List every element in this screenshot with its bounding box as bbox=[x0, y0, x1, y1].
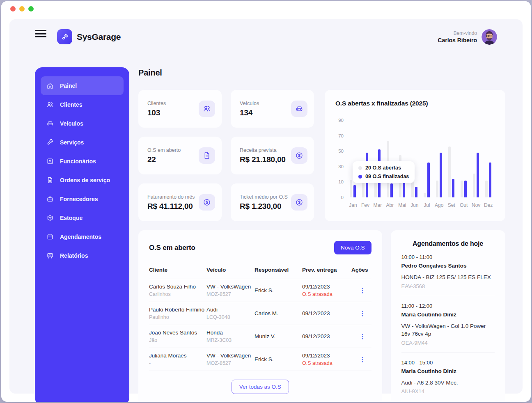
y-tick-label: 50 bbox=[338, 149, 344, 153]
sidebar-item-veiculos[interactable]: Veículos bbox=[41, 114, 124, 133]
x-tick-label: Mar bbox=[371, 202, 384, 208]
sidebar-item-funcionarios[interactable]: Funcionários bbox=[41, 152, 124, 171]
schedule-plate: OEA-9M44 bbox=[401, 340, 495, 346]
home-icon bbox=[46, 82, 54, 89]
sidebar-item-clientes[interactable]: Clientes bbox=[41, 95, 124, 114]
sidebar-item-servicos[interactable]: Serviços bbox=[41, 133, 124, 152]
stat-value: R$ 21.180,00 bbox=[240, 155, 286, 164]
calendar-icon bbox=[46, 233, 54, 240]
bar-group-jun bbox=[408, 120, 421, 197]
sidebar-item-painel[interactable]: Painel bbox=[41, 76, 124, 95]
dollar-icon bbox=[291, 194, 307, 211]
sidebar-item-ordens-de-servico[interactable]: Ordens de serviço bbox=[41, 171, 124, 190]
schedule-vehicle: Audi - A6 2.8 30V Mec. bbox=[401, 379, 495, 387]
open-orders-title: O.S em aberto bbox=[149, 244, 195, 252]
box-icon bbox=[46, 214, 54, 222]
window-zoom-button[interactable] bbox=[28, 6, 34, 11]
chart-legend: 20 O.S abertas09 O.S finalizadas bbox=[353, 161, 415, 183]
vehicle-name: VW - VolksWagen bbox=[206, 353, 255, 359]
schedule-plate: EAV-3568 bbox=[401, 283, 495, 289]
car-icon bbox=[291, 101, 307, 117]
schedule-item: 10:00 - 11:00Pedro Gonçalves SantosHONDA… bbox=[401, 254, 495, 296]
stat-label: Veículos bbox=[240, 101, 259, 106]
menu-toggle-button[interactable] bbox=[35, 29, 46, 38]
vehicle-plate: MOZ-8527 bbox=[206, 360, 255, 366]
y-tick-label: 10 bbox=[338, 179, 344, 184]
delivery-date: 09/12/2023 bbox=[302, 353, 351, 359]
sidebar-item-estoque[interactable]: Estoque bbox=[41, 208, 124, 227]
x-tick-label: Jun bbox=[408, 202, 421, 208]
app-content: SysGarage Bem-vindo Carlos Ribeiro bbox=[9, 19, 523, 394]
late-badge: O.S atrasada bbox=[302, 360, 351, 366]
car-icon bbox=[46, 120, 54, 127]
legend-label: 20 O.S abertas bbox=[365, 165, 401, 171]
x-tick-label: Dez bbox=[482, 202, 495, 208]
legend-dot-icon bbox=[358, 166, 362, 170]
column-header: Responsável bbox=[255, 267, 302, 273]
vehicle-name: Honda bbox=[206, 330, 255, 336]
client-nickname: Jão bbox=[149, 337, 206, 343]
bar-o-s-finalizadas bbox=[353, 185, 356, 197]
vehicle-plate: MOZ-8527 bbox=[206, 291, 255, 297]
client-nickname: - bbox=[149, 360, 206, 366]
column-header: Prev. entrega bbox=[302, 267, 351, 273]
bar-group-out bbox=[458, 120, 470, 197]
stat-label: O.S em aberto bbox=[147, 147, 181, 153]
bar-group-jul bbox=[421, 120, 433, 197]
new-order-button[interactable]: Nova O.S bbox=[334, 241, 371, 254]
table-row: Carlos Souza FilhoCarlinhosVW - VolksWag… bbox=[149, 279, 371, 302]
x-tick-label: Ago bbox=[433, 202, 445, 208]
schedule-client: Maria Coutinho Diniz bbox=[401, 311, 495, 318]
stat-label: Ticket médio por O.S bbox=[240, 194, 288, 200]
kebab-menu-icon[interactable]: ⋮ bbox=[357, 309, 368, 318]
sidebar-item-fornecedores[interactable]: Fornecedores bbox=[41, 190, 124, 208]
vehicle-name: VW - VolksWagen bbox=[206, 284, 255, 290]
client-name: João Neves Santos bbox=[149, 330, 206, 336]
bar-o-s-finalizadas bbox=[415, 187, 417, 197]
schedule-time: 11:00 - 12:00 bbox=[401, 303, 495, 309]
sidebar-item-label: Agendamentos bbox=[60, 234, 101, 240]
responsible-name: Erick S. bbox=[255, 287, 302, 293]
sidebar-item-agendamentos[interactable]: Agendamentos bbox=[41, 227, 124, 246]
bar-o-s-abertas bbox=[485, 181, 488, 197]
table-header-row: ClienteVeículoResponsávelPrev. entregaAç… bbox=[149, 267, 371, 279]
schedule-title: Agendamentos de hoje bbox=[401, 240, 495, 247]
bar-chart: 9070503010020 O.S abertas09 O.S finaliza… bbox=[335, 120, 495, 208]
sidebar-item-relatorios[interactable]: Relatórios bbox=[41, 246, 124, 265]
stat-value: R$ 41.112,00 bbox=[147, 202, 195, 211]
window-minimize-button[interactable] bbox=[19, 6, 25, 11]
kebab-menu-icon[interactable]: ⋮ bbox=[357, 332, 368, 341]
responsible-name: Erick S. bbox=[255, 356, 302, 362]
dollar-icon bbox=[291, 147, 307, 164]
bar-o-s-finalizadas bbox=[477, 153, 479, 197]
delivery-date: 09/12/2023 bbox=[302, 333, 351, 339]
schedule-time: 10:00 - 11:00 bbox=[401, 254, 495, 260]
user-name: Carlos Ribeiro bbox=[438, 37, 477, 44]
user-area: Bem-vindo Carlos Ribeiro bbox=[438, 29, 497, 45]
legend-dot-icon bbox=[358, 175, 362, 179]
stat-card: Veículos134 bbox=[231, 90, 314, 128]
column-header: Cliente bbox=[149, 267, 206, 273]
stat-card: O.S em aberto22 bbox=[138, 137, 222, 174]
kebab-menu-icon[interactable]: ⋮ bbox=[357, 286, 368, 295]
legend-row: 20 O.S abertas bbox=[358, 165, 409, 171]
column-header: Veículo bbox=[206, 267, 255, 273]
window-close-button[interactable] bbox=[10, 6, 16, 11]
divider bbox=[401, 401, 495, 401]
x-tick-label: Fev bbox=[359, 202, 371, 208]
kebab-menu-icon[interactable]: ⋮ bbox=[357, 355, 368, 364]
bar-o-s-abertas bbox=[350, 180, 352, 197]
avatar[interactable] bbox=[482, 29, 497, 45]
view-all-orders-button[interactable]: Ver todas as O.S bbox=[232, 380, 289, 394]
x-axis: JanFevMarAbrMaiJunJulAgoSetOutNovDez bbox=[347, 202, 495, 208]
sidebar-item-label: Serviços bbox=[60, 139, 84, 146]
x-tick-label: Out bbox=[458, 202, 470, 208]
app-logo-icon bbox=[57, 29, 72, 44]
schedule-list: 10:00 - 11:00Pedro Gonçalves SantosHONDA… bbox=[401, 254, 495, 401]
window-titlebar bbox=[1, 1, 531, 16]
sidebar: PainelClientesVeículosServiçosFuncionári… bbox=[35, 67, 129, 402]
stat-value: R$ 1.230,00 bbox=[240, 202, 288, 211]
bar-group-set bbox=[445, 120, 458, 197]
bar-group-jan bbox=[347, 120, 359, 197]
schedule-time: 14:00 - 15:00 bbox=[401, 359, 495, 366]
